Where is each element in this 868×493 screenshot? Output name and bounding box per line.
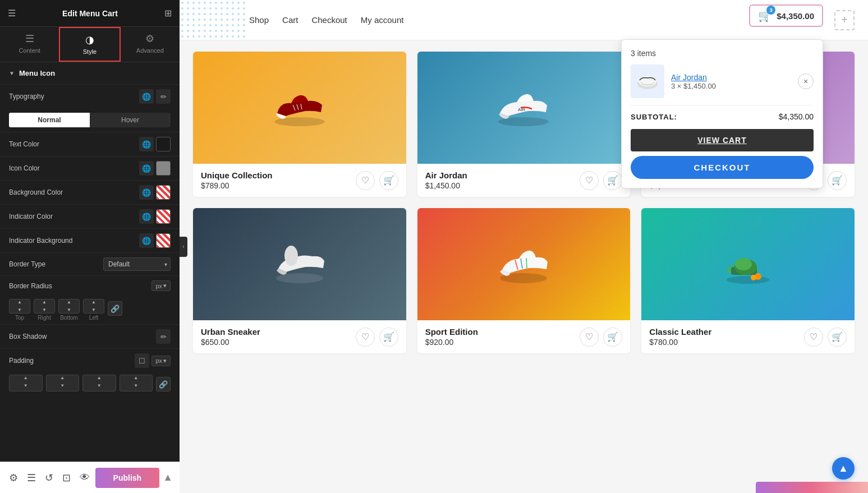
view-cart-button[interactable]: VIEW CART [631,129,814,151]
padding-inputs: ▲ ▼ ▲ ▼ ▲ [0,372,180,400]
product-card-2: AIR Air Jordan $1,450.00 ♡ 🛒 [417,52,631,197]
text-color-swatch[interactable] [156,137,171,151]
cart-product-qty: 3 × $1,450.00 [671,82,791,90]
box-shadow-label: Box Shadow [9,333,47,340]
eye-icon-btn[interactable]: 👁 [77,469,92,486]
padding-left-up[interactable]: ▲ [134,375,138,381]
indicator-color-swatch[interactable] [156,209,171,224]
grid-icon[interactable]: ⊞ [163,7,173,20]
padding-right-up[interactable]: ▲ [60,375,65,381]
product-image-5 [417,208,631,320]
wishlist-btn-4[interactable]: ♡ [356,328,375,347]
cart-remove-btn[interactable]: × [798,73,814,89]
add-to-cart-btn-3[interactable]: 🛒 [828,171,847,190]
typography-global-icon[interactable]: 🌐 [139,89,154,104]
radius-top-up[interactable]: ▲ [17,300,22,305]
tab-advanced[interactable]: ⚙ Advanced [121,27,180,62]
add-to-cart-btn-6[interactable]: 🛒 [828,328,847,347]
product-image-4 [193,208,406,320]
product-name-1: Unique Collection [201,171,273,180]
publish-area: Publish ▲ [95,468,173,488]
nav-shop[interactable]: Shop [249,13,269,27]
icon-color-swatch[interactable] [156,161,171,176]
padding-left-down[interactable]: ▼ [134,383,138,389]
padding-bottom-down[interactable]: ▼ [97,383,102,389]
indicator-bg-global-icon[interactable]: 🌐 [139,233,154,248]
responsive-icon-btn[interactable]: ⊡ [60,469,73,486]
radius-right-wrap: ▲ ▼ Right [34,299,55,321]
product-info-5: Sport Edition $920.00 ♡ 🛒 [417,320,631,353]
product-card-5: Sport Edition $920.00 ♡ 🛒 [417,208,631,353]
radius-right-down[interactable]: ▼ [42,307,47,313]
cart-widget[interactable]: 🛒 3 $4,350.00 [749,4,823,27]
product-info-2: Air Jordan $1,450.00 ♡ 🛒 [417,164,631,197]
subtotal-label: SUBTOTAL: [631,113,677,121]
bg-color-swatch[interactable] [156,185,171,200]
wishlist-btn-5[interactable]: ♡ [580,328,599,347]
scroll-to-top-btn[interactable]: ▲ [832,457,855,480]
toggle-hover[interactable]: Hover [90,113,171,127]
nav-cart[interactable]: Cart [282,13,298,27]
radius-bottom-up[interactable]: ▲ [67,300,71,305]
padding-link-icon[interactable]: 🔗 [156,377,171,391]
bg-color-global-icon[interactable]: 🌐 [139,185,154,200]
radius-bottom-down[interactable]: ▼ [67,307,71,313]
indicator-bg-swatch[interactable] [156,233,171,248]
icon-color-global-icon[interactable]: 🌐 [139,161,154,176]
content-tab-icon: ☰ [25,33,34,45]
add-to-cart-btn-4[interactable]: 🛒 [379,328,398,347]
toggle-normal[interactable]: Normal [9,113,90,127]
padding-bottom-up[interactable]: ▲ [97,375,102,381]
panel-title: Edit Menu Cart [62,9,118,18]
hamburger-icon[interactable]: ☰ [7,7,17,20]
product-thumbnail-svg [632,66,663,97]
cart-badge: 3 [766,6,775,15]
padding-unit-select[interactable]: px ▾ [151,356,171,366]
padding-responsive-icon[interactable]: ☐ [135,353,149,368]
wishlist-btn-2[interactable]: ♡ [580,171,599,190]
product-card-4: Urban Sneaker $650.00 ♡ 🛒 [193,208,406,353]
radius-top-down[interactable]: ▼ [17,307,22,313]
link-values-icon[interactable]: 🔗 [108,301,122,316]
tab-content[interactable]: ☰ Content [0,27,59,62]
checkout-button[interactable]: CHECKOUT [631,156,814,179]
indicator-background-controls: 🌐 [139,233,171,248]
radius-top-label: Top [15,315,24,321]
cart-product-name[interactable]: Air Jordan [671,73,791,82]
add-to-cart-btn-5[interactable]: 🛒 [603,328,622,347]
product-image-2: AIR [417,52,631,164]
indicator-background-label: Indicator Background [9,237,72,245]
padding-top-down[interactable]: ▼ [24,383,28,389]
wishlist-btn-6[interactable]: ♡ [804,328,823,347]
settings-icon-btn[interactable]: ⚙ [7,469,20,486]
indicator-color-global-icon[interactable]: 🌐 [139,209,154,224]
nav-checkout[interactable]: Checkout [311,13,347,27]
publish-button[interactable]: Publish [95,468,160,488]
svg-point-18 [727,276,769,284]
padding-right-down[interactable]: ▼ [60,383,65,389]
box-shadow-edit-icon[interactable]: ✏ [156,329,171,344]
publish-chevron-icon[interactable]: ▲ [163,472,173,483]
typography-edit-icon[interactable]: ✏ [156,89,171,104]
nav-myaccount[interactable]: My account [361,13,404,27]
text-color-global-icon[interactable]: 🌐 [139,137,154,151]
radius-left-up[interactable]: ▲ [91,300,96,305]
layers-icon-btn[interactable]: ☰ [25,469,38,486]
box-shadow-row: Box Shadow ✏ [0,324,180,348]
add-to-cart-btn-1[interactable]: 🛒 [379,171,398,190]
section-menu-icon[interactable]: ▼ Menu Icon [0,62,180,84]
tab-style[interactable]: ◑ Style [59,27,120,62]
border-radius-unit-select[interactable]: px ▾ [151,280,171,291]
panel-collapse-btn[interactable]: ‹ [180,237,187,257]
add-to-cart-btn-2[interactable]: 🛒 [603,171,622,190]
product-details-2: Air Jordan $1,450.00 [425,171,467,190]
product-actions-6: ♡ 🛒 [804,328,847,347]
border-type-select[interactable]: Default None Solid Dashed Dotted [103,257,171,271]
padding-top-up[interactable]: ▲ [24,375,28,381]
radius-right-up[interactable]: ▲ [42,300,47,305]
product-info-4: Urban Sneaker $650.00 ♡ 🛒 [193,320,406,353]
wishlist-btn-1[interactable]: ♡ [356,171,375,190]
nav-add-item-btn[interactable]: + [834,10,855,30]
history-icon-btn[interactable]: ↺ [43,469,56,486]
radius-left-down[interactable]: ▼ [91,307,96,313]
